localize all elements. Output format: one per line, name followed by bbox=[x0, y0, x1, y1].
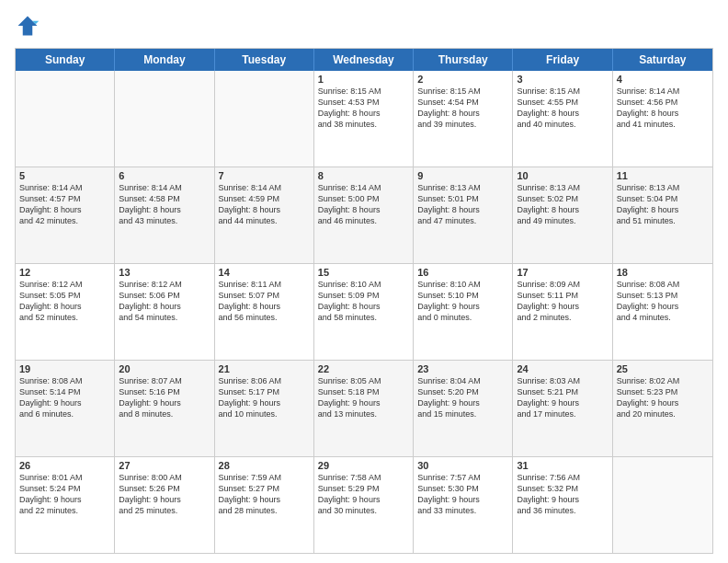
day-number: 2 bbox=[417, 74, 508, 85]
calendar-cell-day-2: 2Sunrise: 8:15 AMSunset: 4:54 PMDaylight… bbox=[414, 71, 513, 167]
day-number: 1 bbox=[318, 74, 409, 85]
calendar-cell-empty bbox=[613, 457, 712, 553]
calendar-cell-day-16: 16Sunrise: 8:10 AMSunset: 5:10 PMDayligh… bbox=[414, 264, 513, 360]
cell-info: Sunrise: 8:07 AMSunset: 5:16 PMDaylight:… bbox=[119, 375, 210, 420]
day-number: 17 bbox=[517, 267, 608, 278]
day-number: 13 bbox=[119, 267, 210, 278]
cell-info: Sunrise: 8:13 AMSunset: 5:01 PMDaylight:… bbox=[417, 182, 508, 227]
cell-info: Sunrise: 8:14 AMSunset: 5:00 PMDaylight:… bbox=[318, 182, 409, 227]
day-number: 14 bbox=[219, 267, 310, 278]
header-day-thursday: Thursday bbox=[414, 49, 513, 71]
day-number: 12 bbox=[19, 267, 110, 278]
calendar-cell-day-6: 6Sunrise: 8:14 AMSunset: 4:58 PMDaylight… bbox=[115, 167, 214, 263]
calendar-row-4: 26Sunrise: 8:01 AMSunset: 5:24 PMDayligh… bbox=[16, 457, 712, 553]
calendar-cell-day-21: 21Sunrise: 8:06 AMSunset: 5:17 PMDayligh… bbox=[215, 361, 314, 456]
cell-info: Sunrise: 8:15 AMSunset: 4:54 PMDaylight:… bbox=[417, 86, 508, 131]
calendar-cell-day-11: 11Sunrise: 8:13 AMSunset: 5:04 PMDayligh… bbox=[613, 167, 712, 263]
calendar-cell-empty bbox=[215, 71, 314, 167]
header-day-wednesday: Wednesday bbox=[314, 49, 414, 71]
day-number: 11 bbox=[617, 170, 709, 181]
cell-info: Sunrise: 8:05 AMSunset: 5:18 PMDaylight:… bbox=[318, 375, 409, 420]
svg-marker-0 bbox=[18, 17, 38, 36]
calendar-cell-day-4: 4Sunrise: 8:14 AMSunset: 4:56 PMDaylight… bbox=[613, 71, 712, 167]
calendar-cell-day-8: 8Sunrise: 8:14 AMSunset: 5:00 PMDaylight… bbox=[314, 167, 414, 263]
cell-info: Sunrise: 7:57 AMSunset: 5:30 PMDaylight:… bbox=[417, 472, 508, 517]
cell-info: Sunrise: 8:13 AMSunset: 5:02 PMDaylight:… bbox=[517, 182, 608, 227]
calendar-cell-day-12: 12Sunrise: 8:12 AMSunset: 5:05 PMDayligh… bbox=[16, 264, 115, 360]
day-number: 24 bbox=[517, 363, 608, 374]
day-number: 25 bbox=[617, 363, 709, 374]
cell-info: Sunrise: 8:10 AMSunset: 5:09 PMDaylight:… bbox=[318, 279, 409, 324]
day-number: 10 bbox=[517, 170, 608, 181]
header-day-friday: Friday bbox=[513, 49, 612, 71]
calendar-cell-day-20: 20Sunrise: 8:07 AMSunset: 5:16 PMDayligh… bbox=[115, 361, 214, 456]
calendar-cell-day-5: 5Sunrise: 8:14 AMSunset: 4:57 PMDaylight… bbox=[16, 167, 115, 263]
calendar-cell-day-27: 27Sunrise: 8:00 AMSunset: 5:26 PMDayligh… bbox=[115, 457, 214, 553]
calendar-cell-day-15: 15Sunrise: 8:10 AMSunset: 5:09 PMDayligh… bbox=[314, 264, 414, 360]
cell-info: Sunrise: 8:14 AMSunset: 4:56 PMDaylight:… bbox=[617, 86, 709, 131]
cell-info: Sunrise: 8:12 AMSunset: 5:06 PMDaylight:… bbox=[119, 279, 210, 324]
cell-info: Sunrise: 8:09 AMSunset: 5:11 PMDaylight:… bbox=[517, 279, 608, 324]
calendar-cell-day-29: 29Sunrise: 7:58 AMSunset: 5:29 PMDayligh… bbox=[314, 457, 414, 553]
cell-info: Sunrise: 8:10 AMSunset: 5:10 PMDaylight:… bbox=[417, 279, 508, 324]
cell-info: Sunrise: 7:56 AMSunset: 5:32 PMDaylight:… bbox=[517, 472, 608, 517]
cell-info: Sunrise: 8:12 AMSunset: 5:05 PMDaylight:… bbox=[19, 279, 110, 324]
calendar-cell-day-22: 22Sunrise: 8:05 AMSunset: 5:18 PMDayligh… bbox=[314, 361, 414, 456]
day-number: 18 bbox=[617, 267, 709, 278]
cell-info: Sunrise: 8:14 AMSunset: 4:59 PMDaylight:… bbox=[219, 182, 310, 227]
calendar-cell-day-1: 1Sunrise: 8:15 AMSunset: 4:53 PMDaylight… bbox=[314, 71, 414, 167]
cell-info: Sunrise: 7:59 AMSunset: 5:27 PMDaylight:… bbox=[219, 472, 310, 517]
calendar-row-3: 19Sunrise: 8:08 AMSunset: 5:14 PMDayligh… bbox=[16, 361, 712, 457]
cell-info: Sunrise: 8:01 AMSunset: 5:24 PMDaylight:… bbox=[19, 472, 110, 517]
day-number: 26 bbox=[19, 460, 110, 471]
day-number: 23 bbox=[417, 363, 508, 374]
calendar-cell-day-18: 18Sunrise: 8:08 AMSunset: 5:13 PMDayligh… bbox=[613, 264, 712, 360]
day-number: 15 bbox=[318, 267, 409, 278]
cell-info: Sunrise: 8:14 AMSunset: 4:57 PMDaylight:… bbox=[19, 182, 110, 227]
day-number: 20 bbox=[119, 363, 210, 374]
calendar-row-1: 5Sunrise: 8:14 AMSunset: 4:57 PMDaylight… bbox=[16, 167, 712, 264]
calendar-body: 1Sunrise: 8:15 AMSunset: 4:53 PMDaylight… bbox=[16, 71, 712, 553]
day-number: 28 bbox=[219, 460, 310, 471]
header bbox=[15, 13, 713, 39]
calendar-cell-day-10: 10Sunrise: 8:13 AMSunset: 5:02 PMDayligh… bbox=[513, 167, 612, 263]
cell-info: Sunrise: 8:15 AMSunset: 4:53 PMDaylight:… bbox=[318, 86, 409, 131]
calendar-cell-day-24: 24Sunrise: 8:03 AMSunset: 5:21 PMDayligh… bbox=[513, 361, 612, 456]
logo-icon bbox=[15, 13, 40, 39]
calendar-cell-day-9: 9Sunrise: 8:13 AMSunset: 5:01 PMDaylight… bbox=[414, 167, 513, 263]
calendar-cell-empty bbox=[115, 71, 214, 167]
calendar-header: SundayMondayTuesdayWednesdayThursdayFrid… bbox=[16, 49, 712, 71]
header-day-sunday: Sunday bbox=[16, 49, 115, 71]
day-number: 31 bbox=[517, 460, 608, 471]
cell-info: Sunrise: 8:06 AMSunset: 5:17 PMDaylight:… bbox=[219, 375, 310, 420]
calendar-cell-day-19: 19Sunrise: 8:08 AMSunset: 5:14 PMDayligh… bbox=[16, 361, 115, 456]
calendar-cell-day-13: 13Sunrise: 8:12 AMSunset: 5:06 PMDayligh… bbox=[115, 264, 214, 360]
day-number: 6 bbox=[119, 170, 210, 181]
cell-info: Sunrise: 8:15 AMSunset: 4:55 PMDaylight:… bbox=[517, 86, 608, 131]
cell-info: Sunrise: 8:00 AMSunset: 5:26 PMDaylight:… bbox=[119, 472, 210, 517]
day-number: 16 bbox=[417, 267, 508, 278]
header-day-tuesday: Tuesday bbox=[215, 49, 314, 71]
day-number: 8 bbox=[318, 170, 409, 181]
calendar-row-2: 12Sunrise: 8:12 AMSunset: 5:05 PMDayligh… bbox=[16, 264, 712, 361]
cell-info: Sunrise: 8:13 AMSunset: 5:04 PMDaylight:… bbox=[617, 182, 709, 227]
cell-info: Sunrise: 8:03 AMSunset: 5:21 PMDaylight:… bbox=[517, 375, 608, 420]
day-number: 19 bbox=[19, 363, 110, 374]
cell-info: Sunrise: 8:04 AMSunset: 5:20 PMDaylight:… bbox=[417, 375, 508, 420]
day-number: 21 bbox=[219, 363, 310, 374]
day-number: 5 bbox=[19, 170, 110, 181]
day-number: 3 bbox=[517, 74, 608, 85]
header-day-saturday: Saturday bbox=[613, 49, 712, 71]
calendar: SundayMondayTuesdayWednesdayThursdayFrid… bbox=[15, 48, 713, 554]
cell-info: Sunrise: 8:02 AMSunset: 5:23 PMDaylight:… bbox=[617, 375, 709, 420]
calendar-cell-day-17: 17Sunrise: 8:09 AMSunset: 5:11 PMDayligh… bbox=[513, 264, 612, 360]
calendar-cell-day-31: 31Sunrise: 7:56 AMSunset: 5:32 PMDayligh… bbox=[513, 457, 612, 553]
day-number: 4 bbox=[617, 74, 709, 85]
cell-info: Sunrise: 8:08 AMSunset: 5:13 PMDaylight:… bbox=[617, 279, 709, 324]
header-day-monday: Monday bbox=[115, 49, 214, 71]
calendar-cell-day-26: 26Sunrise: 8:01 AMSunset: 5:24 PMDayligh… bbox=[16, 457, 115, 553]
day-number: 27 bbox=[119, 460, 210, 471]
cell-info: Sunrise: 8:08 AMSunset: 5:14 PMDaylight:… bbox=[19, 375, 110, 420]
day-number: 30 bbox=[417, 460, 508, 471]
cell-info: Sunrise: 8:11 AMSunset: 5:07 PMDaylight:… bbox=[219, 279, 310, 324]
